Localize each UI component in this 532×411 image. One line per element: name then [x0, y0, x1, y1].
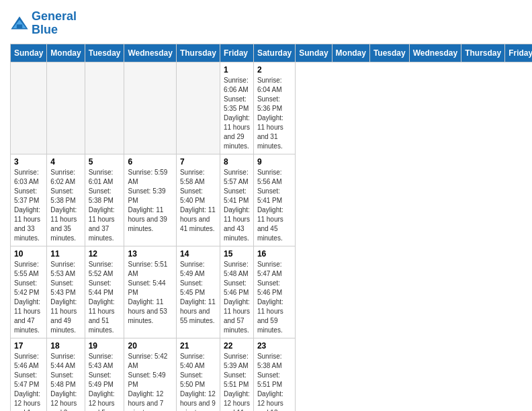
day-number: 5	[89, 157, 121, 167]
calendar-cell: 1Sunrise: 6:06 AM Sunset: 5:35 PM Daylig…	[220, 62, 253, 154]
calendar-cell: 13Sunrise: 5:51 AM Sunset: 5:44 PM Dayli…	[124, 246, 176, 338]
calendar-cell	[176, 62, 220, 154]
calendar-week-row: 10Sunrise: 5:55 AM Sunset: 5:42 PM Dayli…	[11, 246, 533, 338]
calendar-header-row: SundayMondayTuesdayWednesdayThursdayFrid…	[11, 44, 533, 62]
day-info: Sunrise: 6:02 AM Sunset: 5:38 PM Dayligh…	[50, 168, 81, 243]
day-info: Sunrise: 5:49 AM Sunset: 5:45 PM Dayligh…	[180, 260, 216, 326]
calendar-cell: 6Sunrise: 5:59 AM Sunset: 5:39 PM Daylig…	[124, 154, 176, 246]
day-number: 23	[257, 341, 292, 351]
day-of-week-header: Sunday	[296, 44, 332, 62]
calendar-cell: 8Sunrise: 5:57 AM Sunset: 5:41 PM Daylig…	[220, 154, 253, 246]
day-of-week-header: Wednesday	[409, 44, 461, 62]
calendar-week-row: 3Sunrise: 6:03 AM Sunset: 5:37 PM Daylig…	[11, 154, 533, 246]
day-number: 2	[257, 65, 292, 75]
day-number: 17	[14, 341, 43, 351]
calendar-table: SundayMondayTuesdayWednesdayThursdayFrid…	[10, 44, 532, 411]
day-number: 13	[128, 249, 172, 259]
calendar-cell: 17Sunrise: 5:46 AM Sunset: 5:47 PM Dayli…	[11, 338, 47, 411]
calendar-cell: 10Sunrise: 5:55 AM Sunset: 5:42 PM Dayli…	[11, 246, 47, 338]
day-of-week-header: Friday	[220, 44, 253, 62]
day-of-week-header: Thursday	[176, 44, 220, 62]
day-of-week-header: Monday	[47, 44, 85, 62]
calendar-cell: 4Sunrise: 6:02 AM Sunset: 5:38 PM Daylig…	[47, 154, 85, 246]
day-info: Sunrise: 5:43 AM Sunset: 5:49 PM Dayligh…	[89, 352, 121, 411]
day-number: 9	[257, 157, 292, 167]
day-number: 14	[180, 249, 216, 259]
day-number: 8	[224, 157, 250, 167]
calendar-week-row: 17Sunrise: 5:46 AM Sunset: 5:47 PM Dayli…	[11, 338, 533, 411]
day-info: Sunrise: 5:46 AM Sunset: 5:47 PM Dayligh…	[14, 352, 43, 411]
page-header: General Blue	[10, 10, 522, 37]
day-number: 18	[50, 341, 81, 351]
calendar-cell: 2Sunrise: 6:04 AM Sunset: 5:36 PM Daylig…	[253, 62, 295, 154]
day-number: 20	[128, 341, 172, 351]
calendar-cell: 23Sunrise: 5:38 AM Sunset: 5:51 PM Dayli…	[253, 338, 295, 411]
day-info: Sunrise: 5:40 AM Sunset: 5:50 PM Dayligh…	[180, 352, 216, 411]
calendar-cell	[47, 62, 85, 154]
day-number: 7	[180, 157, 216, 167]
calendar-cell: 18Sunrise: 5:44 AM Sunset: 5:48 PM Dayli…	[47, 338, 85, 411]
day-of-week-header: Tuesday	[369, 44, 409, 62]
day-info: Sunrise: 5:52 AM Sunset: 5:44 PM Dayligh…	[89, 260, 121, 335]
day-number: 6	[128, 157, 172, 167]
calendar-cell: 11Sunrise: 5:53 AM Sunset: 5:43 PM Dayli…	[47, 246, 85, 338]
calendar-week-row: 1Sunrise: 6:06 AM Sunset: 5:35 PM Daylig…	[11, 62, 533, 154]
day-info: Sunrise: 6:03 AM Sunset: 5:37 PM Dayligh…	[14, 168, 43, 243]
calendar-cell: 14Sunrise: 5:49 AM Sunset: 5:45 PM Dayli…	[176, 246, 220, 338]
calendar-cell: 7Sunrise: 5:58 AM Sunset: 5:40 PM Daylig…	[176, 154, 220, 246]
calendar-cell	[124, 62, 176, 154]
day-info: Sunrise: 5:57 AM Sunset: 5:41 PM Dayligh…	[224, 168, 250, 243]
calendar-cell: 19Sunrise: 5:43 AM Sunset: 5:49 PM Dayli…	[85, 338, 124, 411]
day-number: 11	[50, 249, 81, 259]
day-number: 19	[89, 341, 121, 351]
day-of-week-header: Saturday	[253, 44, 295, 62]
day-info: Sunrise: 6:06 AM Sunset: 5:35 PM Dayligh…	[224, 76, 250, 151]
day-info: Sunrise: 5:47 AM Sunset: 5:46 PM Dayligh…	[257, 260, 292, 335]
calendar-cell: 16Sunrise: 5:47 AM Sunset: 5:46 PM Dayli…	[253, 246, 295, 338]
day-number: 16	[257, 249, 292, 259]
day-number: 12	[89, 249, 121, 259]
day-of-week-header: Tuesday	[85, 44, 124, 62]
day-number: 3	[14, 157, 43, 167]
day-number: 15	[224, 249, 250, 259]
day-number: 4	[50, 157, 81, 167]
day-info: Sunrise: 5:55 AM Sunset: 5:42 PM Dayligh…	[14, 260, 43, 335]
calendar-cell: 12Sunrise: 5:52 AM Sunset: 5:44 PM Dayli…	[85, 246, 124, 338]
logo: General Blue	[10, 10, 77, 37]
day-info: Sunrise: 5:53 AM Sunset: 5:43 PM Dayligh…	[50, 260, 81, 335]
day-info: Sunrise: 5:58 AM Sunset: 5:40 PM Dayligh…	[180, 168, 216, 234]
day-info: Sunrise: 5:56 AM Sunset: 5:41 PM Dayligh…	[257, 168, 292, 243]
calendar-cell	[11, 62, 47, 154]
day-of-week-header: Sunday	[11, 44, 47, 62]
calendar-cell	[85, 62, 124, 154]
day-number: 21	[180, 341, 216, 351]
day-info: Sunrise: 5:38 AM Sunset: 5:51 PM Dayligh…	[257, 352, 292, 411]
day-of-week-header: Thursday	[461, 44, 505, 62]
calendar-cell: 21Sunrise: 5:40 AM Sunset: 5:50 PM Dayli…	[176, 338, 220, 411]
calendar-cell: 9Sunrise: 5:56 AM Sunset: 5:41 PM Daylig…	[253, 154, 295, 246]
day-number: 22	[224, 341, 250, 351]
day-number: 1	[224, 65, 250, 75]
day-of-week-header: Friday	[505, 44, 532, 62]
calendar-cell: 5Sunrise: 6:01 AM Sunset: 5:38 PM Daylig…	[85, 154, 124, 246]
day-info: Sunrise: 5:44 AM Sunset: 5:48 PM Dayligh…	[50, 352, 81, 411]
day-info: Sunrise: 6:01 AM Sunset: 5:38 PM Dayligh…	[89, 168, 121, 243]
day-info: Sunrise: 6:04 AM Sunset: 5:36 PM Dayligh…	[257, 76, 292, 151]
calendar-cell: 20Sunrise: 5:42 AM Sunset: 5:49 PM Dayli…	[124, 338, 176, 411]
calendar-cell: 3Sunrise: 6:03 AM Sunset: 5:37 PM Daylig…	[11, 154, 47, 246]
day-info: Sunrise: 5:48 AM Sunset: 5:46 PM Dayligh…	[224, 260, 250, 335]
svg-rect-3	[17, 24, 22, 28]
calendar-cell: 22Sunrise: 5:39 AM Sunset: 5:51 PM Dayli…	[220, 338, 253, 411]
day-info: Sunrise: 5:42 AM Sunset: 5:49 PM Dayligh…	[128, 352, 172, 411]
day-info: Sunrise: 5:51 AM Sunset: 5:44 PM Dayligh…	[128, 260, 172, 326]
day-of-week-header: Wednesday	[124, 44, 176, 62]
logo-icon	[10, 14, 29, 33]
logo-text: General Blue	[32, 10, 77, 37]
day-info: Sunrise: 5:39 AM Sunset: 5:51 PM Dayligh…	[224, 352, 250, 411]
day-of-week-header: Monday	[332, 44, 369, 62]
day-info: Sunrise: 5:59 AM Sunset: 5:39 PM Dayligh…	[128, 168, 172, 234]
day-number: 10	[14, 249, 43, 259]
calendar-cell: 15Sunrise: 5:48 AM Sunset: 5:46 PM Dayli…	[220, 246, 253, 338]
